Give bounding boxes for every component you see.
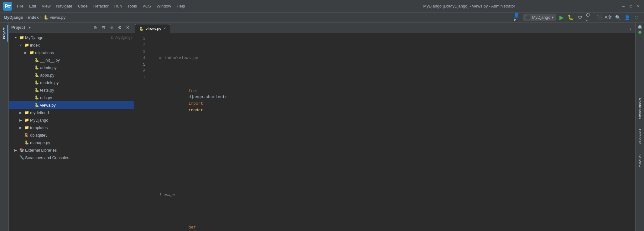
tree-title: Project <box>11 25 25 30</box>
menu-tools[interactable]: Tools <box>125 3 139 10</box>
close-button[interactable]: ✕ <box>636 4 641 9</box>
tab-more-button[interactable]: ⋮ <box>627 26 634 33</box>
arrow-icon: ▾ <box>18 43 23 48</box>
keyword-import: import <box>189 101 206 106</box>
menu-run[interactable]: Run <box>112 3 124 10</box>
tree-item-mydjango-root[interactable]: ▾ 📁 MyDjango D:\MyDjango <box>9 34 134 41</box>
breadcrumb-file[interactable]: 🐍 views.py <box>44 15 65 20</box>
tree-settings-button[interactable]: ⚙ <box>116 24 123 31</box>
tree-item-manage[interactable]: 🐍 manage.py <box>9 139 134 146</box>
breadcrumb-sep2: > <box>40 15 43 20</box>
menu-vcs[interactable]: VCS <box>140 3 153 10</box>
folder-icon: 📁 <box>19 35 24 40</box>
tree-item-views[interactable]: 🐍 views.py <box>9 101 134 109</box>
svg-rect-2 <box>8 5 11 6</box>
menu-file[interactable]: File <box>14 3 26 10</box>
tree-item-extlibs[interactable]: ▶ 📚 External Libraries <box>9 146 134 154</box>
py-file-icon: 🐍 <box>34 80 39 85</box>
menu-edit[interactable]: Edit <box>27 3 39 10</box>
tree-item-tests[interactable]: 🐍 tests.py <box>9 86 134 94</box>
menu-help[interactable]: Help <box>174 3 188 10</box>
tree-item-mydjango-sub[interactable]: ▶ 📁 MyDjango <box>9 116 134 124</box>
debug-button[interactable]: 🐛 <box>567 14 574 21</box>
tree-item-scratches[interactable]: 🔧 Scratches and Consoles <box>9 154 134 161</box>
keyword-from: from <box>189 88 201 93</box>
menu-refactor[interactable]: Refactor <box>91 3 111 10</box>
menu-navigate[interactable]: Navigate <box>54 3 75 10</box>
py-file-icon: 🐍 <box>34 102 39 108</box>
usage-hint: 1 usage <box>159 192 175 198</box>
run-button[interactable]: ▶ <box>558 13 565 22</box>
update-button[interactable]: 👤 <box>623 14 631 21</box>
code-content[interactable]: # index\views.py from django.shortcuts i… <box>149 33 635 231</box>
tree-item-label: admin.py <box>40 65 132 70</box>
tree-item-db[interactable]: 🗄 db.sqlite3 <box>9 131 134 139</box>
tree-collapse-button[interactable]: ⊟ <box>100 24 107 31</box>
app-logo: P <box>3 2 12 11</box>
notifications-panel-tab[interactable]: Notifications <box>637 96 643 122</box>
menu-view[interactable]: View <box>39 3 53 10</box>
tree-item-label: mydefined <box>30 110 132 115</box>
tree-item-templates[interactable]: ▶ 📁 templates <box>9 124 134 131</box>
minimize-button[interactable]: ─ <box>621 4 626 9</box>
tree-item-urls[interactable]: 🐍 urls.py <box>9 94 134 101</box>
stop-button[interactable]: ⬛ <box>595 14 603 21</box>
tree-item-label: tests.py <box>40 88 132 93</box>
code-editor[interactable]: 1 2 3 4 5 6 7 # index\views.py from <box>134 33 635 231</box>
breadcrumb-sep1: > <box>24 15 27 20</box>
menu-code[interactable]: Code <box>75 3 90 10</box>
line-numbers: 1 2 3 4 5 6 7 <box>134 33 149 231</box>
tree-filter-button[interactable]: ≡ <box>108 24 115 31</box>
coverage-button[interactable]: 🛡 <box>576 14 584 21</box>
project-panel-tab[interactable]: Project <box>1 25 8 42</box>
tree-item-init[interactable]: 🐍 __init__.py <box>9 56 134 64</box>
code-comment: # index\views.py <box>159 56 198 60</box>
tree-item-apps[interactable]: 🐍 apps.py <box>9 71 134 79</box>
folder-icon: 📁 <box>29 50 34 55</box>
keyword-def: def <box>189 225 198 230</box>
usage-hint-row: 1 usage <box>158 192 635 198</box>
fn-render: render <box>189 108 203 113</box>
tree-item-label: MyDjango <box>25 35 108 40</box>
tree-item-label: templates <box>30 125 132 130</box>
menu-window[interactable]: Window <box>154 3 174 10</box>
tree-item-models[interactable]: 🐍 models.py <box>9 79 134 86</box>
run-config-label: MyDjango <box>532 15 550 20</box>
tree-header-icons: ⊕ ⊟ ≡ ⚙ ✕ <box>92 24 131 31</box>
run-config-dropdown: ▾ <box>552 15 554 20</box>
maximize-button[interactable]: □ <box>628 4 633 9</box>
tree-item-admin[interactable]: 🐍 admin.py <box>9 64 134 71</box>
tree-item-migrations[interactable]: ▶ 📁 migrations <box>9 49 134 56</box>
profile-button[interactable]: ⏱ ▾ <box>586 14 593 21</box>
notification-dot <box>638 31 641 34</box>
account-button[interactable]: 👤 ▾ <box>514 14 521 21</box>
arrow-icon: ▶ <box>18 110 23 115</box>
tree-item-mydefined[interactable]: ▶ 📁 mydefined <box>9 109 134 116</box>
folder-icon: 📁 <box>24 42 29 48</box>
editor-area: 🐍 views.py ✕ ⋮ 1 2 3 4 5 6 7 # index\v <box>134 23 635 231</box>
right-sidebar: Notifications Database SciView <box>635 23 644 231</box>
search-button[interactable]: 🔍 <box>614 14 621 21</box>
run-config-button[interactable]: ⬛ MyDjango ▾ <box>523 14 556 21</box>
database-panel-tab[interactable]: Database <box>637 127 643 147</box>
py-file-icon: 🐍 <box>34 57 39 63</box>
tree-item-index[interactable]: ▾ 📁 index <box>9 41 134 49</box>
tree-body: ▾ 📁 MyDjango D:\MyDjango ▾ 📁 index ▶ 📁 m… <box>9 33 134 231</box>
tree-close-button[interactable]: ✕ <box>124 24 131 31</box>
tab-close-button[interactable]: ✕ <box>163 27 166 31</box>
arrow-icon: ▶ <box>13 148 18 153</box>
title-bar: P File Edit View Navigate Code Refactor … <box>0 0 644 13</box>
tree-add-button[interactable]: ⊕ <box>92 24 99 31</box>
tree-item-label: models.py <box>40 80 132 85</box>
breadcrumb-project[interactable]: MyDjango <box>4 15 23 20</box>
tree-item-label: MyDjango <box>30 118 132 123</box>
sciview-panel-tab[interactable]: SciView <box>637 152 643 170</box>
translate-button[interactable]: A文 <box>605 14 612 21</box>
editor-tab-views[interactable]: 🐍 views.py ✕ <box>135 24 170 33</box>
arrow-icon: ▶ <box>23 50 28 55</box>
breadcrumb-folder[interactable]: index <box>28 15 39 20</box>
main-area: Project Project ▾ ⊕ ⊟ ≡ ⚙ ✕ ▾ 📁 MyDjango… <box>0 23 644 231</box>
tree-dropdown-icon[interactable]: ▾ <box>29 25 31 30</box>
tree-item-label: db.sqlite3 <box>30 133 132 138</box>
plugin-button[interactable]: ⬡ <box>633 14 640 21</box>
